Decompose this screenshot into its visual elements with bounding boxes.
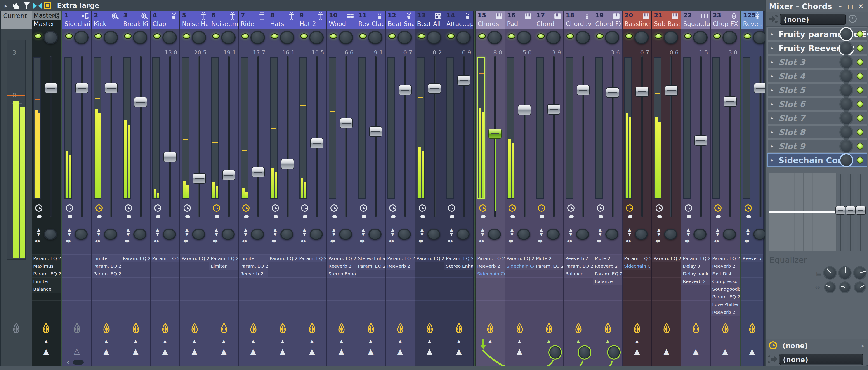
- plugin-slot-row[interactable]: [209, 277, 238, 285]
- volume-fader-track[interactable]: [553, 57, 555, 217]
- route-big-arrow[interactable]: ▲: [681, 347, 710, 356]
- mute-led[interactable]: [625, 33, 633, 39]
- plugin-slot-row[interactable]: [622, 270, 651, 277]
- plugin-slot-row[interactable]: [327, 300, 356, 308]
- plugin-slot-row[interactable]: [652, 277, 681, 285]
- stereo-separation-knob[interactable]: [163, 229, 176, 240]
- pan-knob[interactable]: [576, 31, 590, 44]
- route-small-arrow[interactable]: ▲: [593, 338, 622, 344]
- mixer-zoom-level-label[interactable]: Extra large: [57, 0, 99, 11]
- plugin-slot-row[interactable]: Param. EQ 2: [151, 254, 180, 262]
- plugin-slot-row[interactable]: Param. EQ 2: [505, 254, 534, 262]
- volume-fader-handle[interactable]: [547, 104, 560, 114]
- route-big-arrow[interactable]: ▲: [711, 347, 740, 356]
- plugin-slot-row[interactable]: [298, 277, 327, 285]
- volume-fader-track[interactable]: [257, 57, 259, 217]
- eq-high-level-knob[interactable]: [854, 267, 866, 279]
- mute-led[interactable]: [388, 33, 396, 39]
- route-small-arrow[interactable]: ▲: [622, 338, 651, 344]
- route-big-arrow[interactable]: ▲: [444, 347, 473, 356]
- plugin-slot-row[interactable]: [151, 308, 180, 316]
- sidechain-send-knob[interactable]: [548, 345, 562, 360]
- volume-fader-track[interactable]: [51, 57, 52, 217]
- plugin-slot-row[interactable]: [475, 277, 504, 285]
- mixer-track-strip[interactable]: 7 Ride -17.7 ▲▼ ◂▸ LimiterParam. EQ 2Ree…: [239, 11, 268, 366]
- slot-enable-led[interactable]: [857, 157, 864, 164]
- slot-enable-led[interactable]: [857, 87, 864, 94]
- plugin-slot-row[interactable]: [593, 293, 622, 300]
- track-time-row[interactable]: (none) ▸: [766, 339, 868, 352]
- plugin-slot-row[interactable]: [741, 293, 763, 300]
- route-big-arrow[interactable]: ▲: [415, 347, 444, 356]
- plugin-slot-row[interactable]: Stereo Enhancer: [356, 254, 385, 262]
- mute-led[interactable]: [508, 33, 515, 39]
- stereo-separation-knob[interactable]: [221, 229, 235, 240]
- slot-mix-knob[interactable]: [840, 56, 852, 68]
- plugin-slot-row[interactable]: [622, 300, 651, 308]
- plugin-slot-row[interactable]: [356, 270, 385, 277]
- plugin-slot-row[interactable]: [121, 308, 150, 316]
- plugin-slot-row[interactable]: [505, 300, 534, 308]
- volume-fader-handle[interactable]: [281, 159, 294, 169]
- plugin-delay-clock-icon[interactable]: [184, 204, 191, 212]
- route-small-arrow[interactable]: ▲: [475, 338, 504, 344]
- plugin-slot-row[interactable]: [622, 293, 651, 300]
- plugin-slot-row[interactable]: [444, 308, 473, 316]
- plugin-slot-row[interactable]: [239, 293, 268, 300]
- audio-output-plug-icon[interactable]: [662, 323, 671, 337]
- eq-low-level-knob[interactable]: [824, 267, 836, 279]
- record-arm-dot[interactable]: [215, 215, 219, 218]
- plugin-slot-row[interactable]: [62, 254, 91, 262]
- plugin-slot-row[interactable]: [298, 270, 327, 277]
- mixer-track-strip[interactable]: 11 Rev Clap -9.1 ▲▼ ◂▸ Stereo EnhancerPa…: [356, 11, 385, 366]
- audio-output-plug-icon[interactable]: [455, 323, 464, 337]
- plugin-slot-row[interactable]: Compressor: [711, 277, 740, 285]
- effect-slot-4[interactable]: ▸Slot 4: [767, 69, 867, 83]
- plugin-slot-row[interactable]: Param. EQ 2: [385, 254, 414, 262]
- plugin-slot-row[interactable]: [681, 285, 710, 293]
- plugin-slot-row[interactable]: [622, 308, 651, 316]
- plugin-slot-row[interactable]: [268, 285, 297, 293]
- slot-mix-knob[interactable]: [840, 70, 852, 82]
- pan-knob[interactable]: [339, 31, 353, 44]
- slot-mix-knob[interactable]: [840, 154, 852, 166]
- output-target-select[interactable]: (none)▸: [779, 354, 864, 365]
- plugin-slot-row[interactable]: [593, 285, 622, 293]
- mute-led[interactable]: [596, 33, 603, 39]
- stereo-separation-knob[interactable]: [664, 229, 677, 240]
- plugin-delay-clock-icon[interactable]: [626, 204, 633, 212]
- stereo-separation-knob[interactable]: [576, 229, 589, 240]
- plugin-slot-row[interactable]: [327, 308, 356, 316]
- stereo-separation-knob[interactable]: [547, 229, 560, 240]
- record-arm-dot[interactable]: [746, 215, 751, 218]
- plugin-slot-row[interactable]: [62, 300, 91, 308]
- plugin-slot-row[interactable]: Soundgoodizer: [711, 285, 740, 293]
- plugin-slot-row[interactable]: [356, 285, 385, 293]
- plugin-slot-row[interactable]: [385, 293, 414, 300]
- minimize-button[interactable]: –: [838, 2, 842, 10]
- plugin-slot-row[interactable]: [415, 300, 444, 308]
- plugin-slot-row[interactable]: [180, 285, 209, 293]
- plugin-delay-clock-icon[interactable]: [655, 204, 663, 212]
- volume-fader-handle[interactable]: [340, 118, 353, 128]
- plugin-slot-row[interactable]: Reeverb 2: [711, 308, 740, 316]
- plugin-slot-row[interactable]: Param. EQ 2: [622, 254, 651, 262]
- audio-output-plug-icon[interactable]: [219, 323, 228, 337]
- audio-output-plug-icon[interactable]: [308, 323, 317, 337]
- mixer-track-strip[interactable]: 8 Hats -16.1 ▲▼ ◂▸ Param. EQ 2 ▲ ▲: [268, 11, 298, 366]
- plugin-slot-row[interactable]: [385, 270, 414, 277]
- volume-fader-handle[interactable]: [577, 85, 590, 95]
- hand-tool-icon[interactable]: [12, 2, 21, 10]
- mute-led[interactable]: [212, 33, 220, 39]
- plugin-slot-row[interactable]: [593, 300, 622, 308]
- mixer-track-strip[interactable]: 22 Squar..luck -1.5 ▲▼ ◂▸ Param. EQ 2Del…: [681, 11, 711, 366]
- plugin-slot-row[interactable]: [298, 308, 327, 316]
- mixer-track-strip[interactable]: 23 Chop FX -3.0 ▲▼ ◂▸ Param. EQ 2Reeverb…: [711, 11, 740, 366]
- strip-header[interactable]: 12 Beat Snare: [385, 11, 414, 29]
- pan-knob[interactable]: [427, 31, 441, 44]
- plugin-slot-row[interactable]: [564, 277, 593, 285]
- audio-output-plug-icon[interactable]: [249, 323, 258, 337]
- plugin-slot-row[interactable]: [534, 293, 563, 300]
- stereo-separation-knob[interactable]: [192, 229, 205, 240]
- mute-led[interactable]: [447, 33, 455, 39]
